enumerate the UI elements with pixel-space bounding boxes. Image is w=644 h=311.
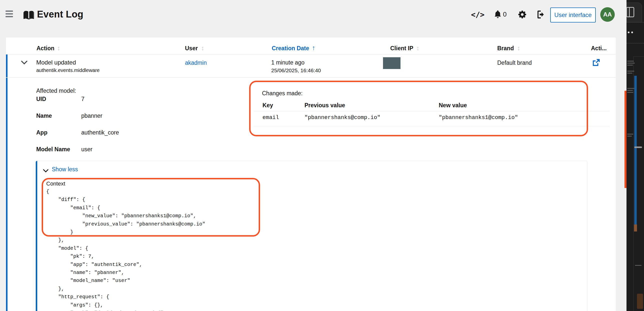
screen: Event Log </> 0 User interface AA Action… [0,0,644,311]
tiny-text-blur [627,61,634,62]
tiny-text-blur [627,71,634,72]
strip-divider [626,43,644,44]
sidebar-toggle-button[interactable] [6,10,14,18]
page-title: Event Log [37,9,83,20]
tiny-text-blur [627,88,634,89]
sort-icon[interactable]: ↕ [57,44,60,52]
tiny-text-blur [627,63,635,64]
field-value: 7 [81,96,84,102]
column-header-brand[interactable]: Brand [497,45,514,52]
window-layout-icon [626,7,634,17]
field-value: user [81,146,92,153]
collapse-row-chevron-icon[interactable] [21,60,28,64]
avatar[interactable]: AA [600,7,615,22]
open-event-icon[interactable] [592,59,600,66]
tiny-text-blur [627,136,632,136]
field-label: UID [36,96,46,102]
settings-gear-icon[interactable] [518,10,526,19]
tiny-text-blur [627,90,633,91]
user-interface-button[interactable]: User interface [550,8,596,22]
changes-row-divider [254,126,610,126]
row-divider [6,77,616,78]
changes-key-header: Key [262,102,273,109]
api-browser-icon[interactable]: </> [471,10,484,19]
strip-scroll-handle[interactable] [634,146,642,148]
changes-header-divider [254,111,610,111]
tiny-text-blur [627,65,633,66]
strip-brown-bar [634,224,637,232]
strip-blue-bar [634,76,637,224]
sort-icon[interactable]: ↕ [201,44,204,52]
hamburger-icon [6,10,13,12]
column-header-client-ip[interactable]: Client IP [390,45,413,52]
event-action-title: Model updated [36,59,76,66]
field-label: Model Name [36,146,70,153]
event-log-book-icon [24,10,34,20]
ellipsis-dot [628,32,630,33]
changes-new-header: New value [439,102,467,109]
event-brand: Default brand [497,60,532,66]
notifications-bell-icon[interactable] [494,10,502,19]
change-previous-value: "pbannershanks@comp.io" [304,114,380,121]
sign-out-icon[interactable] [536,10,545,19]
table-header-divider [6,54,616,54]
context-label: Context [46,180,65,187]
event-user-link[interactable]: akadmin [185,60,207,66]
ellipsis-dot [631,32,633,33]
expanded-row-accent [6,54,8,311]
top-bar: Event Log </> 0 User interface AA [0,0,644,38]
field-label: Name [36,112,52,119]
column-header-creation-date[interactable]: Creation Date [272,45,309,52]
changes-made-title: Changes made: [262,90,302,97]
client-ip-redaction-box [383,57,400,69]
changes-previous-header: Previous value [304,102,345,109]
event-action-subtitle: authentik.events.middleware [36,68,100,73]
column-header-actions: Acti... [591,45,607,52]
column-header-user[interactable]: User [185,45,198,52]
show-less-chevron-icon[interactable] [43,169,48,172]
change-new-value: "pbannershanks1@comp.io" [439,114,518,121]
affected-model-label: Affected model: [36,88,76,94]
column-header-action[interactable]: Action [36,45,54,52]
field-value: authentik_core [81,129,119,136]
notification-count: 0 [503,10,506,18]
change-key: email [262,114,279,121]
strip-bottom-blob [637,294,643,309]
event-created-relative: 1 minute ago [271,59,304,66]
context-json-code: { "diff": { "email": { "new_value": "pba… [46,188,205,311]
tiny-text-blur [635,265,642,266]
show-less-toggle[interactable]: Show less [52,166,78,173]
sort-icon[interactable]: ↕ [517,44,520,52]
tiny-text-blur [627,73,632,74]
tiny-text-blur [627,92,633,93]
sort-ascending-icon[interactable]: ↑ [312,44,315,52]
event-created-absolute: 25/06/2025, 16:46:40 [271,68,321,74]
sort-icon[interactable]: ↕ [416,44,420,52]
strip-orange-bar [624,91,626,188]
field-label: App [36,129,48,136]
field-value: pbanner [81,112,102,119]
strip-divider [626,22,644,22]
tiny-text-blur [627,134,633,134]
